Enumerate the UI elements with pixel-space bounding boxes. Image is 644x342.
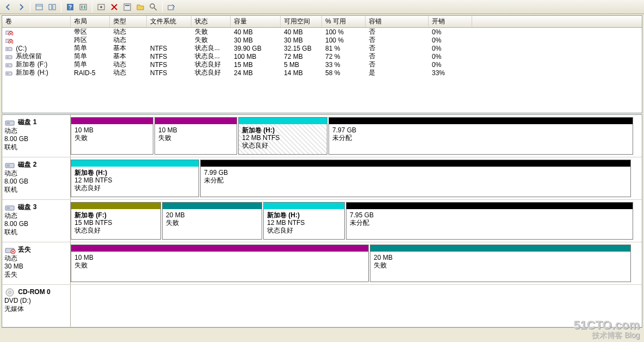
svg-rect-7 [81, 5, 83, 9]
svg-rect-12 [125, 5, 129, 6]
help-icon[interactable]: ? [64, 1, 76, 13]
partition-body: 新加卷 (F:)15 MB NTFS状态良好 [71, 209, 160, 239]
svg-rect-27 [7, 73, 9, 74]
cell-vol [2, 28, 71, 36]
delete-x-icon[interactable] [108, 1, 120, 13]
cell-ft: 是 [366, 68, 429, 77]
column-header-oh[interactable]: 开销 [429, 16, 472, 27]
refresh-icon[interactable] [46, 1, 58, 13]
cell-oh: 0% [429, 61, 472, 69]
back-icon[interactable] [2, 1, 14, 13]
cell-cap: 39.90 GB [231, 45, 281, 52]
cell-cap: 24 MB [231, 69, 281, 77]
settings-icon[interactable] [95, 1, 107, 13]
volume-row[interactable]: 带区动态失败40 MB40 MB100 %否0% [2, 28, 642, 36]
partition[interactable]: 7.97 GB未分配 [329, 117, 633, 155]
partition-color-bar [264, 203, 344, 209]
cell-free: 32.15 GB [281, 45, 322, 52]
disk-map [71, 285, 642, 327]
refresh2-icon[interactable] [77, 1, 89, 13]
cell-oh: 0% [429, 45, 472, 52]
cell-fs: NTFS [147, 45, 191, 52]
partition-color-bar [201, 160, 630, 167]
partition-color-bar [239, 118, 327, 124]
partition[interactable]: 7.95 GB未分配 [346, 202, 633, 240]
partition[interactable]: 新加卷 (H:)12 MB NTFS状态良好 [71, 160, 199, 197]
partition[interactable]: 10 MB失败 [154, 117, 237, 155]
partition-body: 20 MB失败 [163, 209, 262, 239]
partition-body: 10 MB失败 [155, 124, 237, 154]
column-header-pct[interactable]: % 可用 [322, 16, 366, 27]
disk-info[interactable]: 磁盘 1动态8.00 GB联机 [2, 115, 71, 157]
volume-row[interactable]: 跨区动态失败30 MB30 MB100 %否0% [2, 36, 642, 44]
cell-vol [2, 36, 71, 44]
export-icon[interactable] [165, 1, 177, 13]
svg-rect-21 [7, 48, 9, 50]
toolbar-separator [92, 2, 92, 13]
partition[interactable]: 10 MB失败 [71, 245, 369, 282]
column-header-layout[interactable]: 布局 [71, 16, 110, 27]
cell-cap: 40 MB [231, 28, 281, 36]
partition-color-bar [370, 245, 630, 252]
svg-point-10 [100, 6, 102, 8]
partition-body: 20 MB失败 [370, 252, 630, 282]
cell-vol: (C:) [2, 45, 71, 52]
svg-rect-2 [49, 4, 52, 10]
svg-rect-33 [7, 207, 10, 209]
svg-rect-15 [168, 5, 174, 10]
svg-rect-23 [7, 57, 9, 58]
disk-row: 丢失动态30 MB丢失10 MB失败20 MB失败 [2, 242, 642, 285]
disk-row: 磁盘 3动态8.00 GB联机新加卷 (F:)15 MB NTFS状态良好20 … [2, 200, 642, 242]
partition-body: 7.99 GB未分配 [201, 167, 630, 197]
volume-row[interactable]: 系统保留简单基本NTFS状态良...100 MB72 MB72 %否0% [2, 52, 642, 60]
disk-info[interactable]: 磁盘 3动态8.00 GB联机 [2, 200, 71, 242]
cell-fs: NTFS [147, 53, 191, 60]
search-icon[interactable] [147, 1, 159, 13]
disk-info[interactable]: 磁盘 2动态8.00 GB联机 [2, 157, 71, 199]
cell-free: 5 MB [281, 61, 322, 69]
partition[interactable]: 10 MB失败 [71, 117, 153, 155]
column-header-status[interactable]: 状态 [191, 16, 231, 27]
properties-icon[interactable] [121, 1, 133, 13]
cell-type: 动态 [110, 68, 147, 77]
svg-point-37 [9, 291, 11, 294]
cell-free: 30 MB [281, 36, 322, 44]
partition-body: 7.97 GB未分配 [329, 124, 633, 154]
disk-row: 磁盘 2动态8.00 GB联机新加卷 (H:)12 MB NTFS状态良好7.9… [2, 157, 642, 200]
svg-point-13 [150, 4, 154, 8]
disk-info[interactable]: CD-ROM 0DVD (D:)无媒体 [2, 285, 71, 327]
column-header-ft[interactable]: 容错 [366, 16, 429, 27]
cell-vol: 新加卷 (H:) [2, 68, 71, 77]
partition[interactable]: 20 MB失败 [162, 202, 262, 240]
column-header-fs[interactable]: 文件系统 [147, 16, 191, 27]
cell-free: 72 MB [281, 53, 322, 60]
column-header-type[interactable]: 类型 [110, 16, 147, 27]
partition[interactable]: 新加卷 (F:)15 MB NTFS状态良好 [71, 202, 161, 240]
column-header-vol[interactable]: 卷 [2, 16, 71, 27]
partition[interactable]: 7.99 GB未分配 [200, 160, 631, 197]
cell-pct: 81 % [322, 45, 366, 52]
partition[interactable]: 新加卷 (H:)12 MB NTFS状态良好 [238, 117, 327, 155]
refresh-pane-icon[interactable] [33, 1, 45, 13]
disk-map: 新加卷 (H:)12 MB NTFS状态良好7.99 GB未分配 [71, 157, 642, 199]
disk-row: CD-ROM 0DVD (D:)无媒体 [2, 285, 642, 327]
column-header-free[interactable]: 可用空间 [281, 16, 322, 27]
cell-oh: 0% [429, 36, 472, 44]
partition-color-bar [163, 203, 262, 209]
partition[interactable]: 新加卷 (H:)12 MB NTFS状态良好 [263, 202, 345, 240]
folder-icon[interactable] [134, 1, 146, 13]
partition[interactable]: 20 MB失败 [370, 245, 631, 282]
volume-row[interactable]: (C:)简单基本NTFS状态良...39.90 GB32.15 GB81 %否0… [2, 44, 642, 52]
disk-info[interactable]: 丢失动态30 MB丢失 [2, 242, 71, 284]
partition-body: 10 MB失败 [71, 252, 368, 282]
forward-icon[interactable] [15, 1, 27, 13]
cell-layout: 简单 [71, 60, 110, 69]
volume-list-body: 带区动态失败40 MB40 MB100 %否0% 跨区动态失败30 MB30 M… [2, 28, 642, 77]
toolbar: ? [0, 0, 644, 14]
cell-oh: 33% [429, 69, 472, 77]
volume-row[interactable]: 新加卷 (H:)RAID-5动态NTFS状态良好24 MB14 MB58 %是3… [2, 69, 642, 77]
volume-row[interactable]: 新加卷 (F:)简单动态NTFS状态良好15 MB5 MB33 %否0% [2, 60, 642, 69]
svg-text:?: ? [69, 4, 72, 10]
svg-rect-3 [53, 4, 55, 10]
column-header-cap[interactable]: 容量 [231, 16, 281, 27]
